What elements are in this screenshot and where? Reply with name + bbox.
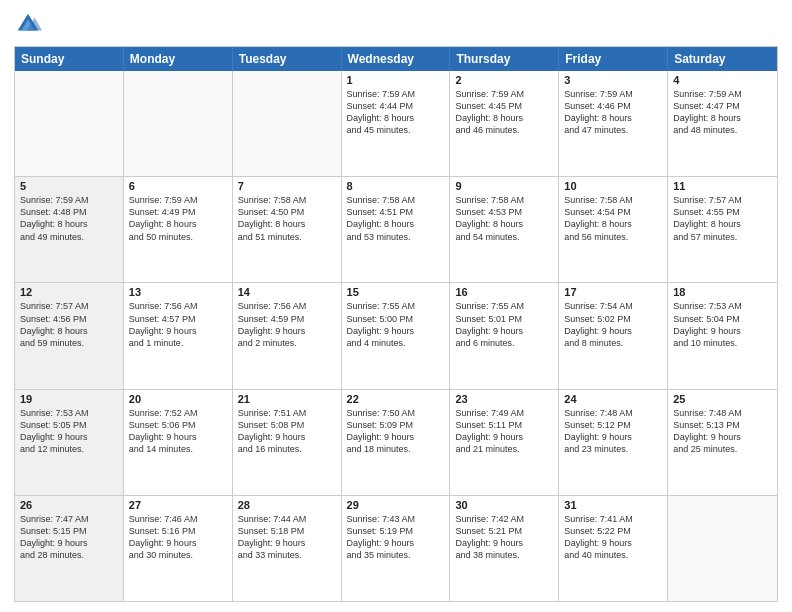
calendar-row-4: 26Sunrise: 7:47 AM Sunset: 5:15 PM Dayli…: [15, 495, 777, 601]
day-number: 20: [129, 393, 227, 405]
day-info: Sunrise: 7:56 AM Sunset: 4:57 PM Dayligh…: [129, 300, 227, 349]
calendar-cell: 11Sunrise: 7:57 AM Sunset: 4:55 PM Dayli…: [668, 177, 777, 282]
calendar-cell: 14Sunrise: 7:56 AM Sunset: 4:59 PM Dayli…: [233, 283, 342, 388]
day-number: 13: [129, 286, 227, 298]
day-number: 29: [347, 499, 445, 511]
day-info: Sunrise: 7:44 AM Sunset: 5:18 PM Dayligh…: [238, 513, 336, 562]
calendar-cell: 5Sunrise: 7:59 AM Sunset: 4:48 PM Daylig…: [15, 177, 124, 282]
day-number: 26: [20, 499, 118, 511]
day-info: Sunrise: 7:58 AM Sunset: 4:50 PM Dayligh…: [238, 194, 336, 243]
header-day-monday: Monday: [124, 47, 233, 71]
day-number: 3: [564, 74, 662, 86]
calendar-cell: 16Sunrise: 7:55 AM Sunset: 5:01 PM Dayli…: [450, 283, 559, 388]
day-number: 7: [238, 180, 336, 192]
day-info: Sunrise: 7:43 AM Sunset: 5:19 PM Dayligh…: [347, 513, 445, 562]
calendar: SundayMondayTuesdayWednesdayThursdayFrid…: [14, 46, 778, 602]
day-info: Sunrise: 7:59 AM Sunset: 4:47 PM Dayligh…: [673, 88, 772, 137]
day-info: Sunrise: 7:48 AM Sunset: 5:13 PM Dayligh…: [673, 407, 772, 456]
calendar-cell: 7Sunrise: 7:58 AM Sunset: 4:50 PM Daylig…: [233, 177, 342, 282]
day-number: 9: [455, 180, 553, 192]
day-info: Sunrise: 7:53 AM Sunset: 5:04 PM Dayligh…: [673, 300, 772, 349]
day-info: Sunrise: 7:42 AM Sunset: 5:21 PM Dayligh…: [455, 513, 553, 562]
day-info: Sunrise: 7:52 AM Sunset: 5:06 PM Dayligh…: [129, 407, 227, 456]
header-day-thursday: Thursday: [450, 47, 559, 71]
calendar-cell: 9Sunrise: 7:58 AM Sunset: 4:53 PM Daylig…: [450, 177, 559, 282]
day-number: 18: [673, 286, 772, 298]
day-info: Sunrise: 7:57 AM Sunset: 4:56 PM Dayligh…: [20, 300, 118, 349]
day-info: Sunrise: 7:59 AM Sunset: 4:44 PM Dayligh…: [347, 88, 445, 137]
day-number: 8: [347, 180, 445, 192]
calendar-cell: 19Sunrise: 7:53 AM Sunset: 5:05 PM Dayli…: [15, 390, 124, 495]
calendar-cell: 24Sunrise: 7:48 AM Sunset: 5:12 PM Dayli…: [559, 390, 668, 495]
main-container: SundayMondayTuesdayWednesdayThursdayFrid…: [0, 0, 792, 612]
day-info: Sunrise: 7:54 AM Sunset: 5:02 PM Dayligh…: [564, 300, 662, 349]
day-info: Sunrise: 7:59 AM Sunset: 4:46 PM Dayligh…: [564, 88, 662, 137]
calendar-cell: 23Sunrise: 7:49 AM Sunset: 5:11 PM Dayli…: [450, 390, 559, 495]
calendar-cell: [15, 71, 124, 176]
day-number: 11: [673, 180, 772, 192]
day-number: 22: [347, 393, 445, 405]
calendar-cell: 30Sunrise: 7:42 AM Sunset: 5:21 PM Dayli…: [450, 496, 559, 601]
day-number: 19: [20, 393, 118, 405]
calendar-cell: 6Sunrise: 7:59 AM Sunset: 4:49 PM Daylig…: [124, 177, 233, 282]
calendar-cell: 26Sunrise: 7:47 AM Sunset: 5:15 PM Dayli…: [15, 496, 124, 601]
calendar-cell: [668, 496, 777, 601]
calendar-cell: 12Sunrise: 7:57 AM Sunset: 4:56 PM Dayli…: [15, 283, 124, 388]
day-info: Sunrise: 7:41 AM Sunset: 5:22 PM Dayligh…: [564, 513, 662, 562]
day-info: Sunrise: 7:47 AM Sunset: 5:15 PM Dayligh…: [20, 513, 118, 562]
calendar-cell: 28Sunrise: 7:44 AM Sunset: 5:18 PM Dayli…: [233, 496, 342, 601]
day-number: 10: [564, 180, 662, 192]
calendar-cell: 31Sunrise: 7:41 AM Sunset: 5:22 PM Dayli…: [559, 496, 668, 601]
day-number: 23: [455, 393, 553, 405]
day-info: Sunrise: 7:53 AM Sunset: 5:05 PM Dayligh…: [20, 407, 118, 456]
day-info: Sunrise: 7:55 AM Sunset: 5:00 PM Dayligh…: [347, 300, 445, 349]
day-info: Sunrise: 7:58 AM Sunset: 4:54 PM Dayligh…: [564, 194, 662, 243]
day-info: Sunrise: 7:55 AM Sunset: 5:01 PM Dayligh…: [455, 300, 553, 349]
calendar-row-1: 5Sunrise: 7:59 AM Sunset: 4:48 PM Daylig…: [15, 176, 777, 282]
logo: [14, 10, 46, 38]
calendar-cell: 25Sunrise: 7:48 AM Sunset: 5:13 PM Dayli…: [668, 390, 777, 495]
day-number: 4: [673, 74, 772, 86]
calendar-row-3: 19Sunrise: 7:53 AM Sunset: 5:05 PM Dayli…: [15, 389, 777, 495]
calendar-row-2: 12Sunrise: 7:57 AM Sunset: 4:56 PM Dayli…: [15, 282, 777, 388]
day-number: 31: [564, 499, 662, 511]
day-number: 30: [455, 499, 553, 511]
calendar-cell: [124, 71, 233, 176]
day-info: Sunrise: 7:59 AM Sunset: 4:45 PM Dayligh…: [455, 88, 553, 137]
calendar-cell: 20Sunrise: 7:52 AM Sunset: 5:06 PM Dayli…: [124, 390, 233, 495]
day-info: Sunrise: 7:48 AM Sunset: 5:12 PM Dayligh…: [564, 407, 662, 456]
calendar-cell: 29Sunrise: 7:43 AM Sunset: 5:19 PM Dayli…: [342, 496, 451, 601]
day-number: 5: [20, 180, 118, 192]
day-info: Sunrise: 7:58 AM Sunset: 4:53 PM Dayligh…: [455, 194, 553, 243]
day-number: 2: [455, 74, 553, 86]
calendar-cell: 13Sunrise: 7:56 AM Sunset: 4:57 PM Dayli…: [124, 283, 233, 388]
calendar-cell: 22Sunrise: 7:50 AM Sunset: 5:09 PM Dayli…: [342, 390, 451, 495]
day-number: 1: [347, 74, 445, 86]
header-day-wednesday: Wednesday: [342, 47, 451, 71]
calendar-row-0: 1Sunrise: 7:59 AM Sunset: 4:44 PM Daylig…: [15, 71, 777, 176]
day-number: 28: [238, 499, 336, 511]
day-info: Sunrise: 7:57 AM Sunset: 4:55 PM Dayligh…: [673, 194, 772, 243]
calendar-cell: 17Sunrise: 7:54 AM Sunset: 5:02 PM Dayli…: [559, 283, 668, 388]
calendar-cell: 3Sunrise: 7:59 AM Sunset: 4:46 PM Daylig…: [559, 71, 668, 176]
calendar-cell: 1Sunrise: 7:59 AM Sunset: 4:44 PM Daylig…: [342, 71, 451, 176]
day-info: Sunrise: 7:50 AM Sunset: 5:09 PM Dayligh…: [347, 407, 445, 456]
calendar-cell: 2Sunrise: 7:59 AM Sunset: 4:45 PM Daylig…: [450, 71, 559, 176]
calendar-cell: [233, 71, 342, 176]
day-number: 15: [347, 286, 445, 298]
calendar-cell: 27Sunrise: 7:46 AM Sunset: 5:16 PM Dayli…: [124, 496, 233, 601]
day-info: Sunrise: 7:59 AM Sunset: 4:49 PM Dayligh…: [129, 194, 227, 243]
day-info: Sunrise: 7:49 AM Sunset: 5:11 PM Dayligh…: [455, 407, 553, 456]
day-number: 25: [673, 393, 772, 405]
day-number: 16: [455, 286, 553, 298]
calendar-cell: 4Sunrise: 7:59 AM Sunset: 4:47 PM Daylig…: [668, 71, 777, 176]
day-info: Sunrise: 7:58 AM Sunset: 4:51 PM Dayligh…: [347, 194, 445, 243]
calendar-cell: 18Sunrise: 7:53 AM Sunset: 5:04 PM Dayli…: [668, 283, 777, 388]
day-number: 12: [20, 286, 118, 298]
calendar-header: SundayMondayTuesdayWednesdayThursdayFrid…: [15, 47, 777, 71]
day-number: 24: [564, 393, 662, 405]
calendar-body: 1Sunrise: 7:59 AM Sunset: 4:44 PM Daylig…: [15, 71, 777, 601]
day-number: 27: [129, 499, 227, 511]
day-info: Sunrise: 7:46 AM Sunset: 5:16 PM Dayligh…: [129, 513, 227, 562]
day-number: 6: [129, 180, 227, 192]
